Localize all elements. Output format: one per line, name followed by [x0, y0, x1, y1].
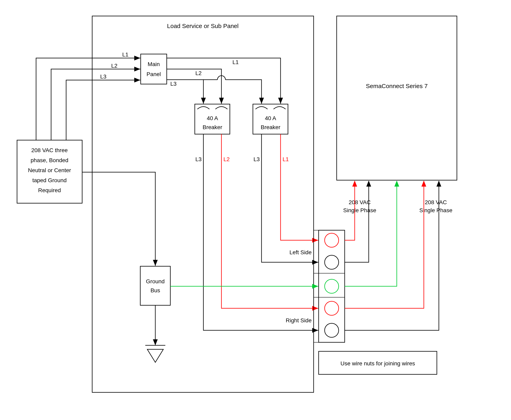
arrow-mp-l3b — [259, 98, 264, 104]
arrow-t5 — [436, 180, 441, 187]
wire-mp-l1 — [167, 58, 280, 104]
left-side-label: Left Side — [289, 249, 312, 255]
label-brkA-l3: L3 — [195, 156, 201, 162]
breaker-a-arc1 — [197, 107, 209, 109]
label-l2-in: L2 — [111, 63, 117, 69]
phase1-l1: 208 VAC — [349, 199, 371, 205]
main-panel-l1: Main — [148, 61, 160, 67]
arrow-neutral-down — [153, 260, 158, 266]
breaker-a-arc2 — [216, 107, 227, 109]
label-l1-in: L1 — [122, 52, 128, 58]
arrow-mp-l2 — [219, 98, 224, 104]
wire-mp-l3b — [203, 76, 262, 104]
breaker-b-arc1 — [256, 107, 268, 109]
breaker-a-l2: Breaker — [203, 124, 222, 130]
wire-src-l3 — [66, 80, 140, 140]
label-brkB-l1: L1 — [283, 156, 289, 162]
arrow-l1-in — [134, 56, 140, 60]
ground-symbol-icon — [147, 349, 163, 362]
charger-box — [337, 16, 457, 180]
arrow-mp-l3a — [201, 98, 206, 104]
phase2-l1: 208 VAC — [425, 199, 447, 205]
arrow-brkA-l3 — [312, 328, 318, 333]
source-l3: Neutral or Center — [28, 167, 71, 173]
right-side-box — [314, 297, 345, 342]
breaker-b-l1: 40 A — [265, 115, 276, 121]
ground-bus-l2: Bus — [150, 287, 160, 293]
wire-src-l2 — [51, 69, 140, 140]
source-l5: Required — [38, 187, 61, 193]
phase2-l2: Single Phase — [419, 207, 452, 213]
arrow-green-left — [312, 284, 318, 289]
left-side-box — [314, 230, 345, 273]
ground-bus-box — [140, 266, 170, 305]
source-l2: phase, Bonded — [31, 157, 68, 163]
breaker-a-l1: 40 A — [207, 115, 218, 121]
arrow-brkB-l3 — [312, 260, 318, 265]
arrow-t3 — [394, 180, 399, 187]
wire-brkA-l3 — [203, 134, 318, 330]
label-mp-l2: L2 — [195, 70, 201, 76]
label-brkA-l2: L2 — [224, 156, 230, 162]
wire-src-l1 — [36, 58, 140, 140]
terminal-1-red — [325, 233, 339, 247]
panel-title: Load Service or Sub Panel — [167, 23, 239, 29]
arrow-mp-l1 — [278, 98, 283, 104]
phase1-l2: Single Phase — [343, 207, 376, 213]
main-panel-box — [141, 54, 167, 84]
label-brkB-l3: L3 — [254, 156, 260, 162]
left-side-marker — [314, 231, 319, 271]
wire-brkB-l1 — [280, 134, 318, 240]
label-mp-l3: L3 — [170, 81, 177, 87]
breaker-b-arc2 — [273, 107, 286, 109]
arrow-t4 — [421, 180, 426, 187]
wire-brkB-l3 — [262, 134, 318, 262]
arrow-brkB-l1 — [312, 238, 318, 243]
breaker-b-l2: Breaker — [261, 124, 280, 130]
arrow-l3-in — [134, 78, 140, 82]
wiring-diagram: Load Service or Sub Panel 208 VAC three … — [0, 0, 511, 420]
wire-neutral-top — [82, 172, 155, 203]
label-mp-l1: L1 — [232, 59, 239, 65]
terminal-2-black — [325, 255, 339, 269]
wire-t2-charger — [345, 181, 369, 262]
right-side-label: Right Side — [286, 317, 312, 323]
source-l1: 208 VAC three — [31, 147, 68, 153]
wire-brkA-l2 — [221, 134, 318, 308]
terminal-5-black — [325, 323, 339, 337]
terminal-4-red — [325, 301, 339, 315]
note-text: Use wire nuts for joining wires — [341, 360, 415, 367]
terminal-3-green — [325, 279, 339, 293]
source-l4: taped Ground — [32, 177, 67, 183]
arrow-brkA-l2 — [312, 306, 318, 311]
arrow-t1 — [352, 180, 357, 187]
charger-title: SemaConnect Series 7 — [366, 83, 428, 89]
label-l3-in: L3 — [100, 74, 106, 80]
ground-bus-l1: Ground — [146, 278, 164, 285]
arrow-ground — [153, 339, 158, 345]
main-panel-l2: Panel — [147, 71, 161, 77]
wire-t3-charger — [345, 181, 397, 286]
arrow-l2-in — [134, 67, 140, 71]
arrow-t2 — [366, 180, 371, 187]
